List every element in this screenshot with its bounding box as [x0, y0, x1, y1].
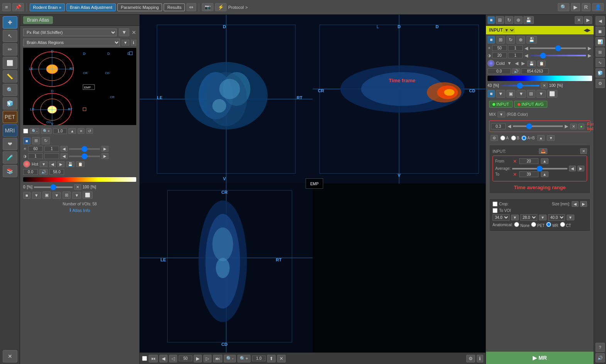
parametric-mapping-button[interactable]: Parametric Mapping — [117, 3, 162, 11]
fr-table-icon[interactable]: ⊞ — [596, 47, 605, 57]
cold-next[interactable]: ▶ — [521, 61, 526, 66]
r-rotate-icon[interactable]: ↻ — [505, 16, 513, 24]
search-icon[interactable]: 🔍 — [558, 3, 569, 11]
radio-down-btn[interactable]: ▼ — [547, 135, 555, 141]
tf-from-x[interactable]: ✕ — [513, 159, 517, 164]
brightness-right[interactable]: ▶ — [102, 146, 108, 152]
cold-colormap-circle[interactable] — [488, 60, 494, 67]
cold-prev[interactable]: ◀ — [514, 61, 519, 66]
select-tool-icon[interactable]: ✚ — [3, 16, 17, 29]
fr-3d-icon[interactable]: 🧊 — [596, 68, 605, 78]
atlas-species-dropdown[interactable]: Px Rat (W.Schiffer) — [23, 29, 117, 36]
contrast-value[interactable] — [28, 153, 43, 159]
cursor-icon[interactable]: ↖ — [3, 30, 17, 42]
brightness-left[interactable]: ◀ — [61, 146, 68, 152]
brightness-slider[interactable] — [69, 148, 100, 150]
tf-to-x[interactable]: ✕ — [513, 172, 517, 177]
fr-expand-icon[interactable]: ◀ — [596, 16, 605, 25]
r-connect-icon[interactable]: ⊕ — [514, 16, 523, 24]
loop-checkbox[interactable] — [142, 356, 147, 361]
radio-ab-label[interactable]: A+B — [521, 135, 535, 141]
brightness-value[interactable]: 60 — [28, 146, 43, 152]
crop-checkbox[interactable] — [493, 201, 498, 207]
range-min-input[interactable]: 0.0 — [488, 68, 511, 74]
expand-icon[interactable]: > — [245, 5, 248, 10]
anat-pet-radio[interactable] — [531, 222, 536, 227]
mri-icon[interactable]: MRI — [3, 124, 17, 137]
zoom-in-btn[interactable]: 🔍+ — [41, 128, 52, 134]
colormap-save[interactable]: 💾 — [66, 161, 74, 167]
roi-icon[interactable]: ⬜ — [3, 57, 17, 69]
frame-number-input[interactable]: 50 — [179, 356, 192, 361]
row2-right[interactable]: ▶ — [587, 53, 592, 58]
rodent-brain-button[interactable]: Rodent Brain » — [30, 3, 65, 11]
prev-frame-btn[interactable]: ◀ — [159, 355, 168, 362]
anat-pet-label[interactable]: PET — [531, 222, 545, 228]
colormap-prev[interactable]: ◀ — [49, 161, 56, 167]
btn-f[interactable]: ▼ — [72, 192, 81, 199]
input-avg-tab[interactable]: INPUT AVG — [514, 101, 547, 108]
min-icon[interactable]: 🔊 — [39, 169, 48, 175]
radio-b[interactable] — [511, 135, 516, 141]
fr-graph-icon[interactable]: 📊 — [596, 37, 605, 46]
r-expand-icon[interactable]: ▶ — [584, 16, 592, 24]
row1-right[interactable]: ▶ — [587, 46, 592, 51]
3d-icon[interactable]: 🧊 — [3, 97, 17, 110]
row2-slider[interactable] — [530, 55, 586, 56]
reset-zoom-btn[interactable]: ↺ — [86, 128, 93, 134]
size-z-dropdown[interactable]: 40.0 — [548, 214, 565, 221]
fusion-check[interactable]: ● — [578, 124, 584, 129]
avg-slider[interactable] — [512, 168, 567, 169]
r-b1[interactable]: ■ — [488, 90, 495, 98]
row1-slider[interactable] — [530, 47, 586, 49]
anat-mr-radio[interactable] — [546, 222, 551, 227]
fusion-right[interactable]: ▶ — [564, 124, 569, 129]
prev-slow-btn[interactable]: ◁ — [169, 355, 177, 362]
avg-right-btn[interactable]: ▶ — [577, 166, 584, 171]
colormap-next[interactable]: ▶ — [58, 161, 64, 167]
brightness-step[interactable]: 1 — [44, 146, 59, 152]
r-b4[interactable]: ▼ — [516, 90, 526, 98]
min-value[interactable]: 0.0 — [23, 169, 38, 175]
anat-none-label[interactable]: None — [514, 222, 530, 228]
atlas-info-link[interactable]: Atlas Info — [73, 208, 90, 213]
camera-icon[interactable]: 📷 — [202, 3, 213, 11]
range-audio-btn[interactable]: 🔊 — [512, 68, 520, 74]
cold-save[interactable]: 💾 — [527, 61, 536, 66]
r-strip-2[interactable]: ⊞ — [496, 36, 505, 44]
pet-icon[interactable]: PET — [3, 111, 17, 123]
radio-a-label[interactable]: A — [500, 135, 509, 141]
size-decrease-btn[interactable]: ◀ — [572, 201, 579, 207]
viewer-zoom-input[interactable]: 1.0 — [252, 356, 266, 361]
mr-run-button[interactable]: ▶ MR — [486, 352, 594, 364]
next-fast-btn[interactable]: ▷ — [203, 355, 212, 362]
row2-val2[interactable]: 1 — [508, 52, 523, 58]
results-button[interactable]: Results — [164, 3, 185, 11]
btn-d[interactable]: ▼ — [52, 192, 61, 199]
atlas-ctrl-b1[interactable]: ■ — [23, 137, 30, 144]
tf-close-btn[interactable]: ✕ — [580, 148, 587, 154]
row1-val2[interactable]: 1 — [508, 45, 523, 51]
colormap-circle[interactable] — [23, 161, 30, 168]
tf-to-input[interactable]: 39 — [519, 171, 538, 177]
contrast-right[interactable]: ▶ — [102, 153, 108, 159]
info-viewer-btn[interactable]: ℹ — [477, 355, 483, 362]
anat-mr-label[interactable]: MR — [546, 222, 558, 228]
row2-left[interactable]: ◀ — [524, 53, 529, 58]
zoom-input[interactable]: 1.0 — [53, 128, 67, 134]
fusion-slider[interactable] — [513, 125, 563, 127]
btn-a[interactable]: ■ — [23, 192, 30, 199]
r-b2[interactable]: ▼ — [496, 90, 505, 98]
r-grid-icon[interactable]: ⊞ — [496, 16, 504, 24]
contrast-left[interactable]: ◀ — [61, 153, 68, 159]
radio-up-btn[interactable]: ▲ — [537, 135, 545, 141]
fr-viewer-icon[interactable]: ◼ — [596, 27, 605, 36]
region-dropdown-btn[interactable]: ▼ — [122, 40, 129, 46]
anat-ct-label[interactable]: CT — [560, 222, 571, 228]
cold-pct-x[interactable]: ✕ — [541, 83, 548, 88]
atlas-checkbox[interactable] — [23, 129, 28, 134]
atlas-ctrl-b3[interactable]: ↻ — [42, 137, 50, 144]
zoom-down-arrow[interactable]: ✕ — [78, 128, 85, 134]
r-b3[interactable]: ▣ — [506, 90, 515, 98]
r-strip-1[interactable]: ■ — [488, 36, 495, 44]
